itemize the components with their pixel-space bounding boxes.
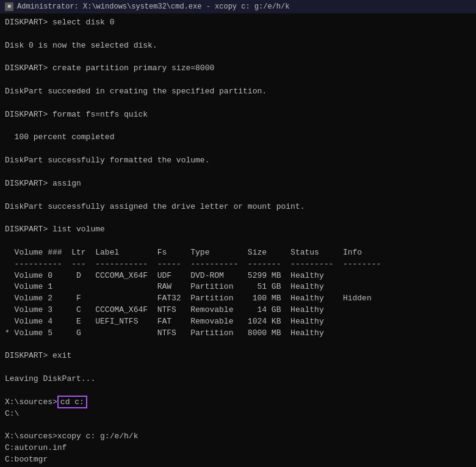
title-bar-text: Administrator: X:\windows\system32\cmd.e… xyxy=(17,2,289,11)
line-9: DISKPART> format fs=ntfs quick xyxy=(5,109,471,121)
line-5: DISKPART> create partition primary size=… xyxy=(5,63,471,74)
line-17: DiskPart successfully assigned the drive… xyxy=(5,201,471,213)
volume-row-2: Volume 2 F FAT32 Partition 100 MB Health… xyxy=(5,293,471,305)
line-blank-11 xyxy=(5,339,471,351)
line-autorun: C:autorun.inf xyxy=(5,443,471,454)
line-11: 100 percent completed xyxy=(5,132,471,143)
line-blank-9 xyxy=(5,212,471,224)
line-blank-2 xyxy=(5,52,471,63)
title-bar: ■ Administrator: X:\windows\system32\cmd… xyxy=(0,0,476,13)
cmd-icon: ■ xyxy=(5,2,13,11)
cd-prompt: X:\sources> xyxy=(5,397,57,407)
cd-command-highlight[interactable]: cd c: xyxy=(57,396,87,408)
line-blank-5 xyxy=(5,121,471,132)
line-blank-14 xyxy=(5,420,471,432)
volume-row-1: Volume 1 RAW Partition 51 GB Healthy xyxy=(5,281,471,293)
line-bootmgr: C:bootmgr xyxy=(5,454,471,466)
volume-row-4: Volume 4 E UEFI_NTFS FAT Removable 1024 … xyxy=(5,316,471,328)
line-3: Disk 0 is now the selected disk. xyxy=(5,40,471,52)
line-xcopy-cmd: X:\sources>xcopy c: g:/e/h/k xyxy=(5,431,471,443)
line-leaving: Leaving DiskPart... xyxy=(5,374,471,385)
terminal-window: DISKPART> select disk 0 Disk 0 is now th… xyxy=(0,13,476,467)
line-blank-10 xyxy=(5,236,471,247)
line-15: DISKPART> assign xyxy=(5,178,471,190)
volume-row-5: * Volume 5 G NTFS Partition 8000 MB Heal… xyxy=(5,328,471,339)
volume-row-0: Volume 0 D CCCOMA_X64F UDF DVD-ROM 5299 … xyxy=(5,270,471,282)
line-blank-8 xyxy=(5,190,471,201)
volume-header-separator: ---------- --- ----------- ----- -------… xyxy=(5,259,471,270)
line-1: DISKPART> select disk 0 xyxy=(5,17,471,29)
line-blank-12 xyxy=(5,362,471,374)
line-blank-3 xyxy=(5,74,471,86)
line-blank-7 xyxy=(5,167,471,178)
line-exit: DISKPART> exit xyxy=(5,350,471,362)
line-blank-4 xyxy=(5,98,471,109)
line-7: DiskPart succeeded in creating the speci… xyxy=(5,86,471,98)
volume-row-3: Volume 3 C CCCOMA_X64F NTFS Removable 14… xyxy=(5,305,471,316)
line-19: DISKPART> list volume xyxy=(5,224,471,236)
line-blank-6 xyxy=(5,143,471,155)
line-cd: X:\sources>cd c: xyxy=(5,397,471,408)
volume-header-labels: Volume ### Ltr Label Fs Type Size Status… xyxy=(5,247,471,259)
line-blank-1 xyxy=(5,29,471,40)
line-c-root: C:\ xyxy=(5,408,471,420)
line-13: DiskPart successfully formatted the volu… xyxy=(5,155,471,167)
